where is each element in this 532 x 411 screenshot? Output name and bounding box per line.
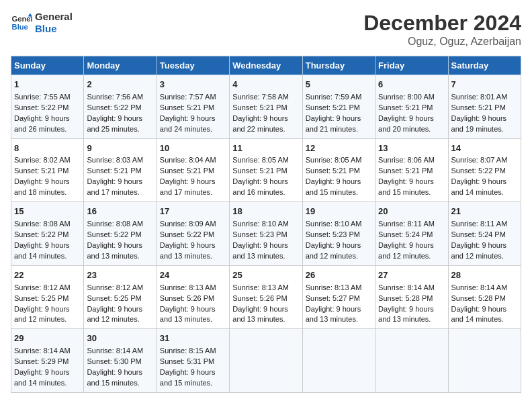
day-cell-4: 4Sunrise: 7:58 AMSunset: 5:21 PMDaylight… <box>230 75 302 139</box>
daylight-label: Daylight: 9 hours and 14 minutes. <box>451 177 507 196</box>
sunset-label: Sunset: 5:21 PM <box>232 103 287 111</box>
sunset-label: Sunset: 5:28 PM <box>451 294 506 302</box>
daylight-label: Daylight: 9 hours and 26 minutes. <box>14 114 70 133</box>
daylight-label: Daylight: 9 hours and 20 minutes. <box>378 114 434 133</box>
sunset-label: Sunset: 5:21 PM <box>306 103 360 111</box>
day-number: 14 <box>451 142 518 155</box>
sunset-label: Sunset: 5:21 PM <box>378 167 433 175</box>
sunrise-label: Sunrise: 7:56 AM <box>87 93 143 101</box>
day-number: 10 <box>160 142 226 155</box>
day-cell-17: 17Sunrise: 8:09 AMSunset: 5:22 PMDayligh… <box>157 202 229 266</box>
day-number: 11 <box>232 142 299 155</box>
sunset-label: Sunset: 5:21 PM <box>306 167 360 175</box>
day-cell-28: 28Sunrise: 8:14 AMSunset: 5:28 PMDayligh… <box>448 265 521 329</box>
sunrise-label: Sunrise: 8:08 AM <box>14 220 71 228</box>
sunset-label: Sunset: 5:24 PM <box>451 230 506 238</box>
daylight-label: Daylight: 9 hours and 17 minutes. <box>87 177 142 196</box>
day-number: 8 <box>14 142 81 155</box>
sunrise-label: Sunrise: 7:55 AM <box>14 93 71 101</box>
daylight-label: Daylight: 9 hours and 14 minutes. <box>14 241 70 260</box>
sunset-label: Sunset: 5:23 PM <box>306 230 360 238</box>
day-cell-31: 31Sunrise: 8:15 AMSunset: 5:31 PMDayligh… <box>157 329 229 393</box>
day-number: 6 <box>378 79 445 91</box>
logo-blue: Blue <box>35 23 73 35</box>
day-cell-6: 6Sunrise: 8:00 AMSunset: 5:21 PMDaylight… <box>375 75 448 139</box>
day-cell-29: 29Sunrise: 8:14 AMSunset: 5:29 PMDayligh… <box>11 329 84 393</box>
daylight-label: Daylight: 9 hours and 12 minutes. <box>87 305 142 324</box>
day-cell-9: 9Sunrise: 8:03 AMSunset: 5:21 PMDaylight… <box>84 138 157 202</box>
daylight-label: Daylight: 9 hours and 15 minutes. <box>160 368 216 387</box>
logo: General Blue General Blue <box>11 11 73 35</box>
day-cell-19: 19Sunrise: 8:10 AMSunset: 5:23 PMDayligh… <box>302 202 375 266</box>
daylight-label: Daylight: 9 hours and 12 minutes. <box>378 241 434 260</box>
daylight-label: Daylight: 9 hours and 12 minutes. <box>306 241 361 260</box>
daylight-label: Daylight: 9 hours and 13 minutes. <box>306 305 361 324</box>
calendar-title: December 2024 <box>363 11 521 36</box>
day-number: 22 <box>14 269 81 282</box>
day-number: 17 <box>160 205 226 218</box>
sunrise-label: Sunrise: 7:58 AM <box>232 93 289 101</box>
day-cell-3: 3Sunrise: 7:57 AMSunset: 5:21 PMDaylight… <box>157 75 229 139</box>
col-thursday: Thursday <box>302 56 375 75</box>
header-row: Sunday Monday Tuesday Wednesday Thursday… <box>11 56 521 75</box>
sunrise-label: Sunrise: 8:05 AM <box>232 156 289 164</box>
col-wednesday: Wednesday <box>230 56 302 75</box>
sunset-label: Sunset: 5:22 PM <box>87 103 141 111</box>
sunrise-label: Sunrise: 8:13 AM <box>232 283 289 291</box>
day-cell-16: 16Sunrise: 8:08 AMSunset: 5:22 PMDayligh… <box>84 202 157 266</box>
empty-cell <box>375 329 448 393</box>
empty-cell <box>302 329 375 393</box>
day-cell-8: 8Sunrise: 8:02 AMSunset: 5:21 PMDaylight… <box>11 138 84 202</box>
daylight-label: Daylight: 9 hours and 15 minutes. <box>87 368 142 387</box>
daylight-label: Daylight: 9 hours and 18 minutes. <box>14 177 70 196</box>
sunrise-label: Sunrise: 8:15 AM <box>160 347 216 355</box>
sunrise-label: Sunrise: 8:09 AM <box>160 220 216 228</box>
page-header: General Blue General Blue December 2024 … <box>11 11 521 48</box>
col-monday: Monday <box>84 56 157 75</box>
calendar-row-1: 1Sunrise: 7:55 AMSunset: 5:22 PMDaylight… <box>11 75 521 139</box>
svg-text:Blue: Blue <box>12 23 28 31</box>
sunrise-label: Sunrise: 8:03 AM <box>87 156 143 164</box>
sunset-label: Sunset: 5:21 PM <box>451 103 506 111</box>
day-number: 18 <box>232 205 299 218</box>
sunset-label: Sunset: 5:30 PM <box>87 357 141 365</box>
day-cell-1: 1Sunrise: 7:55 AMSunset: 5:22 PMDaylight… <box>11 75 84 139</box>
sunrise-label: Sunrise: 8:12 AM <box>87 283 143 291</box>
sunset-label: Sunset: 5:22 PM <box>14 103 69 111</box>
col-sunday: Sunday <box>11 56 84 75</box>
col-friday: Friday <box>375 56 448 75</box>
sunrise-label: Sunrise: 8:01 AM <box>451 93 508 101</box>
sunset-label: Sunset: 5:25 PM <box>87 294 141 302</box>
daylight-label: Daylight: 9 hours and 21 minutes. <box>306 114 361 133</box>
day-number: 16 <box>87 205 153 218</box>
day-cell-25: 25Sunrise: 8:13 AMSunset: 5:26 PMDayligh… <box>230 265 302 329</box>
sunrise-label: Sunrise: 8:07 AM <box>451 156 508 164</box>
sunset-label: Sunset: 5:21 PM <box>160 167 214 175</box>
day-number: 19 <box>306 205 372 218</box>
sunrise-label: Sunrise: 8:14 AM <box>14 347 71 355</box>
sunrise-label: Sunrise: 8:08 AM <box>87 220 143 228</box>
day-number: 23 <box>87 269 153 282</box>
sunset-label: Sunset: 5:24 PM <box>378 230 433 238</box>
day-number: 5 <box>306 79 372 91</box>
day-cell-21: 21Sunrise: 8:11 AMSunset: 5:24 PMDayligh… <box>448 202 521 266</box>
sunrise-label: Sunrise: 8:05 AM <box>306 156 362 164</box>
sunrise-label: Sunrise: 8:10 AM <box>306 220 362 228</box>
day-cell-26: 26Sunrise: 8:13 AMSunset: 5:27 PMDayligh… <box>302 265 375 329</box>
sunset-label: Sunset: 5:31 PM <box>160 357 214 365</box>
day-number: 12 <box>306 142 372 155</box>
sunrise-label: Sunrise: 8:06 AM <box>378 156 435 164</box>
day-cell-22: 22Sunrise: 8:12 AMSunset: 5:25 PMDayligh… <box>11 265 84 329</box>
daylight-label: Daylight: 9 hours and 13 minutes. <box>232 241 288 260</box>
daylight-label: Daylight: 9 hours and 13 minutes. <box>160 241 216 260</box>
sunset-label: Sunset: 5:25 PM <box>14 294 69 302</box>
col-saturday: Saturday <box>448 56 521 75</box>
daylight-label: Daylight: 9 hours and 13 minutes. <box>378 305 434 324</box>
daylight-label: Daylight: 9 hours and 15 minutes. <box>378 177 434 196</box>
daylight-label: Daylight: 9 hours and 13 minutes. <box>87 241 142 260</box>
sunset-label: Sunset: 5:21 PM <box>160 103 214 111</box>
daylight-label: Daylight: 9 hours and 22 minutes. <box>232 114 288 133</box>
day-number: 3 <box>160 79 226 91</box>
calendar-row-3: 15Sunrise: 8:08 AMSunset: 5:22 PMDayligh… <box>11 202 521 266</box>
day-cell-15: 15Sunrise: 8:08 AMSunset: 5:22 PMDayligh… <box>11 202 84 266</box>
